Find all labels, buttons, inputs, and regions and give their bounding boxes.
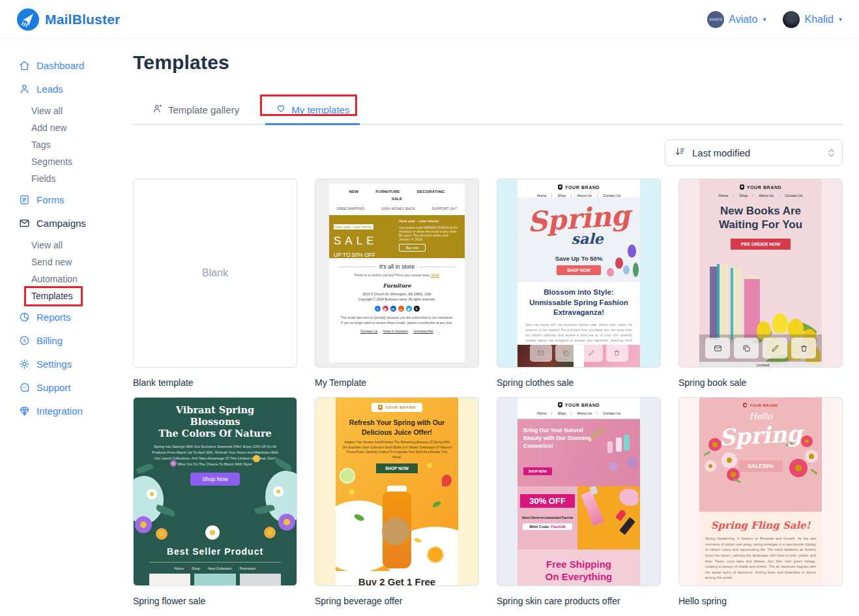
template-card-spring-skin-care[interactable]: YOUR BRAND HomeShopAbout UsContact Us Br… xyxy=(497,397,661,586)
instagram-icon: ◎ xyxy=(383,306,388,312)
toolbar: Last modified xyxy=(133,139,859,166)
home-icon xyxy=(18,59,30,71)
sidebar-item-label: Settings xyxy=(36,359,72,370)
duplicate-button[interactable] xyxy=(555,344,577,362)
brand-shield-icon xyxy=(740,184,744,190)
sidebar-item-label: Campaigns xyxy=(36,218,86,229)
sidebar-item-templates[interactable]: Templates xyxy=(31,289,133,302)
sidebar-item-leads-view-all[interactable]: View all xyxy=(31,104,133,117)
sidebar-item-campaigns-view-all[interactable]: View all xyxy=(31,239,133,252)
facebook-icon: f xyxy=(375,306,381,312)
sidebar-item-label: Leads xyxy=(36,83,63,95)
gear-icon xyxy=(18,358,30,370)
linkedin-icon: in xyxy=(390,306,396,312)
template-card-blank[interactable]: Blank xyxy=(133,179,297,368)
card-hover-actions xyxy=(699,334,822,362)
sidebar-item-label: Support xyxy=(36,382,71,393)
user-menu[interactable]: Khalid ▾ xyxy=(783,11,842,28)
brand-logo: YOUR BRAND xyxy=(699,398,822,407)
sidebar-item-leads-add-new[interactable]: Add new xyxy=(31,121,133,134)
shop-now-button: SHOP NOW xyxy=(557,265,601,275)
template-card-hello-spring[interactable]: YOUR BRAND Hello Spring xyxy=(678,397,843,586)
tab-template-gallery[interactable]: Template gallery xyxy=(142,98,250,125)
template-grid: Blank Blank template NEWFURNITUREDECORAT… xyxy=(133,179,859,606)
sidebar-item-automation[interactable]: Automation xyxy=(31,272,133,286)
template-name: Spring flower sale xyxy=(133,596,297,606)
edit-button[interactable] xyxy=(763,338,787,359)
sidebar-item-forms[interactable]: Forms xyxy=(18,192,133,207)
sidebar-item-fields[interactable]: Fields xyxy=(31,172,133,185)
chat-bubble-icon xyxy=(18,381,30,393)
furniture-logo: Furniture xyxy=(329,282,465,289)
template-card-spring-book-sale[interactable]: YOUR BRAND HomeShopAbout UsContact Us Ne… xyxy=(678,179,843,368)
x-icon: 𝕏 xyxy=(414,306,420,312)
sidebar-item-reports[interactable]: Reports xyxy=(18,309,133,325)
sidebar-item-label: Billing xyxy=(36,335,63,346)
brand-shield-icon xyxy=(378,405,383,410)
sidebar-item-billing[interactable]: $ Billing xyxy=(18,332,133,348)
select-chevrons-icon xyxy=(828,149,834,157)
gallery-icon xyxy=(153,103,163,116)
delete-button[interactable] xyxy=(791,338,816,359)
chevron-down-icon: ▾ xyxy=(763,16,766,23)
account-menu[interactable]: AVIATO Aviato ▾ xyxy=(707,11,766,28)
sidebar-item-support[interactable]: Support xyxy=(18,379,133,395)
mailbluster-logo[interactable]: MailBluster xyxy=(17,8,120,31)
brand-logo: YOUR BRAND xyxy=(517,184,640,190)
edit-button[interactable] xyxy=(581,344,603,362)
sidebar-item-label: Integration xyxy=(36,405,83,417)
offer-heading: Buy 2 Get 1 Free xyxy=(336,576,458,585)
send-test-button[interactable] xyxy=(530,344,552,362)
brand-shield-icon xyxy=(743,403,747,407)
sidebar-item-label: Forms xyxy=(36,194,65,205)
chevron-down-icon: ▾ xyxy=(839,16,842,23)
dollar-circle-icon: $ xyxy=(18,334,30,346)
email-footer-links: Contact usView in browserUnsubscribe xyxy=(329,329,465,333)
sidebar-item-campaigns[interactable]: Campaigns xyxy=(18,215,133,231)
sidebar-item-label: Reports xyxy=(36,312,71,323)
sidebar-item-tags[interactable]: Tags xyxy=(31,138,133,151)
sidebar-item-dashboard[interactable]: Dashboard xyxy=(18,57,133,73)
tab-my-templates[interactable]: My templates xyxy=(265,98,360,125)
templates-page: MailBluster AVIATO Aviato ▾ Khalid ▾ Das… xyxy=(0,0,859,616)
products-photo xyxy=(577,486,640,550)
sidebar-item-integration[interactable]: Integration xyxy=(18,403,133,418)
tab-label: Template gallery xyxy=(168,104,239,115)
duplicate-button[interactable] xyxy=(734,338,759,359)
brand-shield-icon xyxy=(558,402,562,407)
svg-text:$: $ xyxy=(23,338,26,344)
blank-placeholder: Blank xyxy=(134,179,297,367)
shop-now-button: SHOP NOW xyxy=(376,463,418,473)
account-name: Aviato xyxy=(729,14,757,25)
delete-button[interactable] xyxy=(606,344,628,362)
mailbluster-logo-icon xyxy=(17,8,39,31)
template-card-my-template[interactable]: NEWFURNITUREDECORATING SALE FREE SHIPPIN… xyxy=(315,179,479,368)
sort-dropdown[interactable]: Last modified xyxy=(665,139,843,166)
tooltip: Limited xyxy=(757,363,769,367)
tulip-decoration xyxy=(628,244,636,257)
template-card-spring-clothes-sale[interactable]: YOUR BRAND HomeShopAbout UsContact Us Sp… xyxy=(497,179,661,368)
brand-shield-icon xyxy=(558,184,562,190)
sale-banner: New year - new interior SALE UP TO 50% O… xyxy=(329,215,465,258)
shop-now-button: Shop Now xyxy=(190,473,239,486)
template-name: Spring beverage offer xyxy=(315,596,479,606)
sidebar-item-segments[interactable]: Segments xyxy=(31,155,133,168)
sidebar-item-settings[interactable]: Settings xyxy=(18,356,133,372)
template-card-spring-beverage-offer[interactable]: YOUR BRAND Refresh Your Spring with Our … xyxy=(315,397,479,586)
user-avatar xyxy=(783,11,800,28)
sidebar: Dashboard Leads View all Add new Tags Se… xyxy=(0,39,133,616)
email-nav: HomeShopAbout UsContact Us xyxy=(517,411,640,415)
send-test-button[interactable] xyxy=(705,338,730,359)
sort-selected-value: Last modified xyxy=(692,147,828,158)
brand-logo: YOUR BRAND xyxy=(699,184,822,190)
template-card-spring-flower-sale[interactable]: Vibrant Spring Blossoms The Colors Of Na… xyxy=(133,397,297,586)
sidebar-item-leads[interactable]: Leads xyxy=(18,81,133,96)
twitter-icon: ◍ xyxy=(406,306,412,312)
tab-label: My templates xyxy=(291,104,349,115)
discount-banner: 30% OFF xyxy=(520,494,575,508)
template-name: Hello spring xyxy=(678,596,843,606)
user-name: Khalid xyxy=(804,14,833,25)
brand-logo: YOUR BRAND xyxy=(371,403,422,412)
sidebar-item-send-new[interactable]: Send new xyxy=(31,256,133,269)
brand-logo: YOUR BRAND xyxy=(517,402,640,407)
